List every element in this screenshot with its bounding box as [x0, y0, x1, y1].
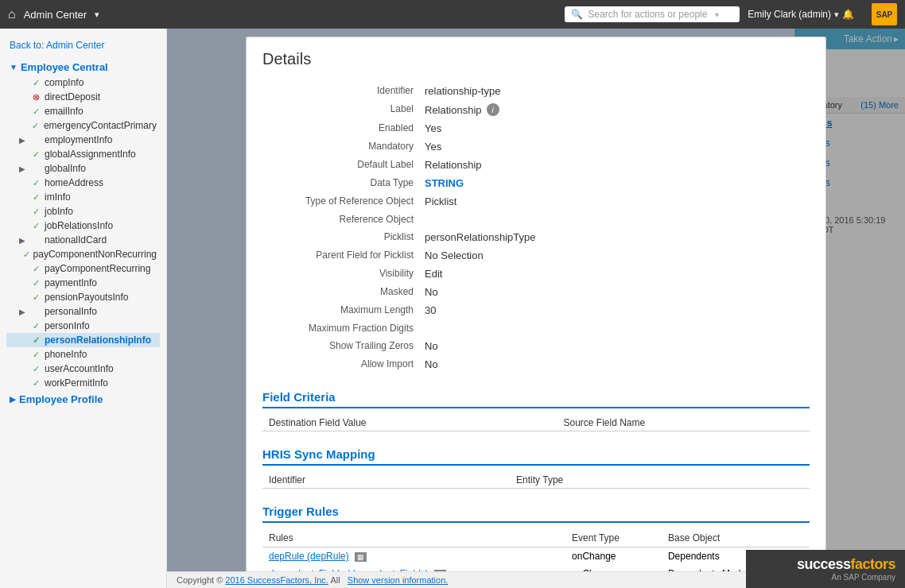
sidebar-item-directDeposit[interactable]: ⊗directDeposit [6, 90, 160, 104]
sidebar-item-imInfo[interactable]: ✓imInfo [6, 190, 160, 204]
detail-label-1: Label [264, 101, 423, 118]
detail-row-1: LabelRelationshipi [264, 101, 808, 118]
status-red-icon: ⊗ [30, 92, 41, 103]
detail-label-5: Data Type [264, 175, 423, 191]
sidebar-item-label: employmentInfo [45, 134, 112, 145]
detail-row-12: Maximum Length30 [264, 302, 808, 319]
back-link[interactable]: Back to: Admin Center [0, 35, 166, 56]
info-icon[interactable]: i [487, 103, 499, 116]
hris-table: Identifier Entity Type [262, 472, 810, 489]
bell-icon[interactable]: 🔔 [842, 9, 854, 20]
status-green-icon: ✓ [30, 78, 41, 88]
sidebar-item-personRelationshipInfo[interactable]: ✓personRelationshipInfo [6, 333, 160, 347]
sidebar-item-label: personRelationshipInfo [45, 335, 151, 346]
sidebar-item-label: globalInfo [45, 163, 86, 174]
show-version-link[interactable]: Show version information. [348, 575, 449, 585]
status-green-icon: ✓ [30, 192, 41, 203]
detail-row-3: MandatoryYes [264, 138, 808, 155]
expand-icon: ▶ [19, 164, 27, 173]
trigger-col-base: Base Object [662, 529, 810, 547]
navbar: ⌂ Admin Center ▾ 🔍 Search for actions or… [0, 0, 905, 29]
modal: Details Identifierrelationship-typeLabel… [246, 37, 826, 588]
status-green-icon: ✓ [30, 149, 41, 160]
expand-icon: ▶ [10, 395, 16, 404]
detail-value-11: No [425, 284, 808, 300]
sidebar-item-phoneInfo[interactable]: ✓phoneInfo [6, 347, 160, 362]
status-green-icon: ✓ [30, 264, 41, 274]
year-link[interactable]: 2016 SuccessFactors, Inc. [225, 575, 328, 585]
trigger-event-0: onChange [565, 547, 662, 566]
trigger-col-rules: Rules [262, 529, 565, 547]
detail-row-5: Data TypeSTRING [264, 175, 808, 191]
rule-icon-0[interactable]: ▦ [355, 552, 367, 562]
status-green-icon: ✓ [30, 335, 41, 346]
sidebar-item-label: personInfo [45, 320, 90, 331]
sidebar: Back to: Admin Center ▼ Employee Central… [0, 29, 167, 588]
expand-icon: ▶ [19, 308, 27, 316]
detail-value-8: personRelationshipType [425, 229, 808, 246]
detail-label-4: Default Label [264, 157, 423, 173]
sidebar-item-emailInfo[interactable]: ✓emailInfo [6, 104, 160, 118]
modal-overlay: Details Identifierrelationship-typeLabel… [167, 29, 905, 588]
footer: Copyright © 2016 SuccessFactors, Inc. Al… [167, 571, 746, 588]
user-label[interactable]: Emily Clark (admin) [748, 9, 831, 20]
sidebar-item-emergencyContactPrimary[interactable]: ✓emergencyContactPrimary [6, 118, 160, 133]
hris-sync-header: HRIS Sync Mapping [262, 447, 810, 466]
sidebar-item-label: nationalIdCard [45, 234, 107, 246]
search-dropdown-icon[interactable]: ▾ [715, 10, 719, 19]
detail-label-14: Show Trailing Zeros [264, 338, 423, 354]
sidebar-item-workPermitInfo[interactable]: ✓workPermitInfo [6, 376, 160, 390]
employee-profile-section[interactable]: ▶ Employee Profile [6, 390, 160, 407]
status-green-icon: ✓ [30, 106, 41, 117]
status-green-icon: ✓ [30, 350, 41, 360]
sidebar-item-label: jobInfo [45, 206, 73, 217]
sidebar-item-label: emergencyContactPrimary [44, 120, 157, 131]
brand-label[interactable]: Admin Center [24, 9, 87, 21]
rule-link-0[interactable]: depRule (depRule) [269, 551, 349, 562]
sidebar-item-employmentInfo[interactable]: ▶employmentInfo [6, 133, 160, 147]
search-bar[interactable]: 🔍 Search for actions or people ▾ [565, 6, 740, 22]
sidebar-item-userAccountInfo[interactable]: ✓userAccountInfo [6, 362, 160, 376]
sidebar-item-personInfo[interactable]: ✓personInfo [6, 319, 160, 333]
detail-label-10: Visibility [264, 265, 423, 282]
sidebar-item-payComponentRecurring[interactable]: ✓payComponentRecurring [6, 261, 160, 276]
criteria-col-2: Source Field Name [557, 415, 810, 431]
sidebar-item-nationalIdCard[interactable]: ▶nationalIdCard [6, 233, 160, 247]
detail-row-13: Maximum Fraction Digits [264, 320, 808, 336]
sidebar-item-label: payComponentRecurring [45, 263, 150, 274]
sidebar-items: ✓compInfo⊗directDeposit✓emailInfo✓emerge… [6, 75, 160, 390]
sidebar-item-homeAddress[interactable]: ✓homeAddress [6, 176, 160, 190]
employee-central-root[interactable]: ▼ Employee Central [6, 59, 160, 75]
copyright-text: Copyright © [177, 575, 223, 585]
trigger-rule-0: depRule (depRule) ▦ [262, 547, 565, 566]
sidebar-item-globalAssignmentInfo[interactable]: ✓globalAssignmentInfo [6, 147, 160, 161]
detail-label-13: Maximum Fraction Digits [264, 320, 423, 336]
sidebar-item-label: pensionPayoutsInfo [45, 292, 128, 303]
detail-value-5: STRING [425, 175, 808, 191]
detail-value-2: Yes [425, 120, 808, 137]
sidebar-item-globalInfo[interactable]: ▶globalInfo [6, 161, 160, 176]
status-green-icon: ✓ [30, 292, 41, 303]
sidebar-item-jobInfo[interactable]: ✓jobInfo [6, 204, 160, 219]
sidebar-item-payComponentNonRecurring[interactable]: ✓payComponentNonRecurring [6, 247, 160, 261]
sidebar-item-personalInfo[interactable]: ▶personalInfo [6, 304, 160, 319]
sidebar-item-jobRelationsInfo[interactable]: ✓jobRelationsInfo [6, 219, 160, 233]
sidebar-item-label: homeAddress [45, 177, 103, 188]
sidebar-item-paymentInfo[interactable]: ✓paymentInfo [6, 276, 160, 290]
modal-title: Details [262, 50, 810, 68]
detail-label-12: Maximum Length [264, 302, 423, 319]
sidebar-item-label: paymentInfo [45, 277, 97, 288]
sidebar-item-compInfo[interactable]: ✓compInfo [6, 75, 160, 90]
detail-value-1: Relationshipi [425, 101, 808, 118]
employee-central-label: Employee Central [21, 61, 108, 73]
brand-dropdown[interactable]: ▾ [95, 10, 99, 20]
detail-row-14: Show Trailing ZerosNo [264, 338, 808, 354]
user-dropdown-icon[interactable]: ▾ [834, 10, 839, 20]
detail-row-9: Parent Field for PicklistNo Selection [264, 247, 808, 264]
detail-value-9: No Selection [425, 247, 808, 264]
sidebar-item-pensionPayoutsInfo[interactable]: ✓pensionPayoutsInfo [6, 290, 160, 304]
sidebar-item-label: personalInfo [45, 306, 97, 317]
trigger-row-0: depRule (depRule) ▦ onChange Dependents [262, 547, 810, 566]
search-text: Search for actions or people [588, 9, 707, 20]
status-green-icon: ✓ [30, 207, 41, 217]
